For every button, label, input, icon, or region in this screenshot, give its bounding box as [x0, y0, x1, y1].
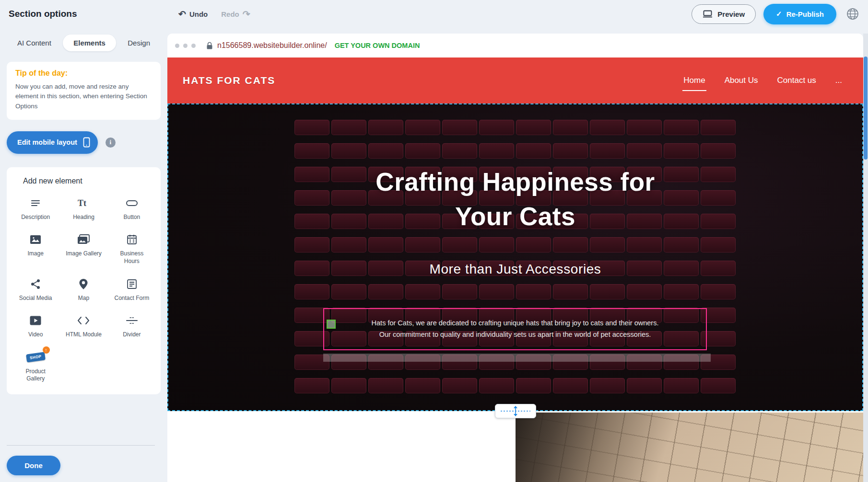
next-section — [167, 411, 863, 482]
topbar-actions: Preview ✓ Re-Publish — [692, 4, 868, 24]
edit-mobile-layout-label: Edit mobile layout — [17, 138, 77, 146]
hero-section-selected[interactable]: Crafting Happiness for Your Cats More th… — [167, 103, 863, 411]
wall-tile — [479, 378, 514, 393]
wall-tile — [331, 284, 366, 299]
wall-tile — [368, 237, 403, 252]
language-globe-icon[interactable] — [844, 5, 861, 23]
resize-handle-left-icon[interactable] — [327, 320, 336, 329]
wall-tile — [294, 237, 329, 252]
scrollbar-thumb[interactable] — [864, 57, 868, 160]
business-hours-icon — [126, 232, 138, 247]
element-business-hours[interactable]: Business Hours — [108, 230, 156, 268]
site-header[interactable]: HATS FOR CATS Home About Us Contact us .… — [167, 57, 863, 103]
element-description[interactable]: Description — [12, 193, 59, 224]
wall-tile — [553, 284, 588, 299]
undo-label: Undo — [189, 10, 208, 18]
hero-subheadline[interactable]: More than Just Accessories — [167, 262, 863, 277]
nav-contact-us[interactable]: Contact us — [776, 73, 817, 88]
element-button[interactable]: Button — [108, 193, 156, 224]
wall-tile — [442, 378, 477, 393]
wall-tile — [664, 143, 699, 159]
tab-ai-content[interactable]: AI Content — [12, 34, 56, 51]
wall-tile — [331, 237, 366, 252]
wall-tile — [590, 120, 625, 135]
wall-tile — [368, 143, 403, 159]
element-video[interactable]: Video — [12, 310, 59, 342]
map-pin-icon — [79, 277, 88, 291]
republish-button[interactable]: ✓ Re-Publish — [763, 4, 836, 24]
wall-tile — [553, 237, 588, 252]
image-gallery-icon — [77, 232, 90, 247]
wall-tile — [442, 120, 477, 135]
preview-label: Preview — [717, 10, 745, 18]
redo-button[interactable]: Redo ↷ — [221, 10, 250, 19]
code-icon — [77, 313, 90, 328]
element-contact-form[interactable]: Contact Form — [108, 274, 156, 305]
wall-tile — [516, 284, 551, 299]
wall-tile — [442, 143, 477, 159]
wall-tile — [664, 120, 699, 135]
nav-more-icon[interactable]: ... — [834, 73, 843, 88]
wall-tile — [405, 143, 440, 159]
wall-tile — [553, 120, 588, 135]
nav-about-us[interactable]: About Us — [724, 73, 759, 88]
tab-design[interactable]: Design — [123, 34, 155, 51]
edit-mobile-layout-button[interactable]: Edit mobile layout — [7, 131, 98, 154]
page-title: Section options — [9, 9, 77, 19]
wall-tile — [627, 143, 662, 159]
wall-tile — [516, 378, 551, 393]
element-heading[interactable]: Tt Heading — [59, 193, 107, 224]
tip-title: Tip of the day: — [15, 69, 152, 78]
done-button[interactable]: Done — [7, 456, 60, 475]
wall-tile — [479, 143, 514, 159]
site-logo[interactable]: HATS FOR CATS — [183, 75, 275, 86]
browser-chrome: n1566589.websitebuilder.online/ GET YOUR… — [167, 34, 863, 57]
tab-elements[interactable]: Elements — [63, 34, 116, 51]
undo-button[interactable]: ↶ Undo — [178, 10, 208, 19]
shop-sign: SHOP — [26, 352, 46, 363]
wall-tile — [701, 378, 736, 393]
wall-tile — [664, 237, 699, 252]
wall-tile — [405, 284, 440, 299]
add-new-element-panel: Add new element Description Tt Heading — [7, 167, 161, 394]
wall-tile — [553, 143, 588, 159]
nav-home[interactable]: Home — [682, 73, 706, 88]
element-map[interactable]: Map — [59, 274, 107, 305]
element-social-media[interactable]: Social Media — [12, 274, 59, 305]
republish-label: Re-Publish — [786, 10, 824, 18]
wall-tile — [590, 378, 625, 393]
wall-tile — [405, 237, 440, 252]
wall-tile — [294, 120, 329, 135]
upgrade-badge-icon: ↑ — [43, 346, 50, 354]
divider-icon — [126, 313, 138, 328]
element-image-gallery[interactable]: Image Gallery — [59, 230, 107, 268]
phone-icon — [83, 137, 90, 148]
hero-headline[interactable]: Crafting Happiness for Your Cats — [167, 165, 863, 234]
preview-button[interactable]: Preview — [692, 4, 756, 24]
wall-tile — [701, 237, 736, 252]
wall-tile — [516, 120, 551, 135]
element-product-gallery[interactable]: SHOP ↑ Product Gallery — [12, 347, 59, 386]
redo-icon: ↷ — [243, 10, 250, 19]
paragraph-element-selected[interactable]: Hats for Cats, we are dedicated to craft… — [323, 308, 707, 350]
wall-tile — [590, 237, 625, 252]
check-icon: ✓ — [776, 10, 782, 18]
undo-icon: ↶ — [178, 10, 186, 19]
product-gallery-icon: SHOP ↑ — [26, 350, 45, 365]
element-html-module[interactable]: HTML Module — [59, 310, 107, 342]
topbar: Section options ↶ Undo Redo ↷ Preview ✓ … — [0, 0, 868, 28]
wall-tile — [294, 284, 329, 299]
info-icon[interactable]: i — [106, 138, 116, 148]
wall-tile — [664, 284, 699, 299]
tip-of-the-day-card: Tip of the day: Now you can add, move an… — [7, 62, 161, 120]
get-your-own-domain-link[interactable]: GET YOUR OWN DOMAIN — [335, 42, 420, 49]
app-root: Section options ↶ Undo Redo ↷ Preview ✓ … — [0, 0, 868, 482]
element-image[interactable]: Image — [12, 230, 59, 268]
element-divider[interactable]: Divider — [108, 310, 156, 342]
hero-paragraph: Hats for Cats, we are dedicated to craft… — [372, 318, 659, 341]
video-icon — [29, 313, 42, 328]
element-ghost-bar — [323, 354, 711, 362]
wall-tile — [664, 378, 699, 393]
section-height-resize-handle[interactable] — [495, 404, 536, 418]
social-media-icon — [30, 277, 41, 291]
